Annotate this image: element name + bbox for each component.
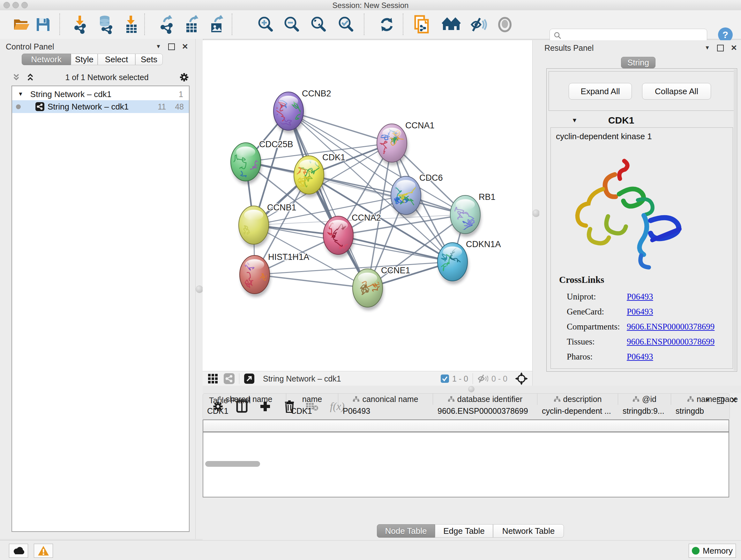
network-view-title: String Network – cdk1 <box>263 374 341 383</box>
entry-gene-name: CDK1 <box>608 115 634 126</box>
import-network-from-database-button[interactable] <box>96 14 116 35</box>
show-all-button[interactable] <box>495 14 515 35</box>
vertical-splitter-right[interactable] <box>532 40 540 386</box>
network-node-rb1[interactable]: RB1 <box>450 192 495 245</box>
entry-collapse-triangle-icon[interactable]: ▼ <box>571 117 578 124</box>
horizontal-scrollbar-thumb[interactable] <box>205 461 260 467</box>
splitter-handle[interactable] <box>468 386 475 392</box>
node-label: CCNE1 <box>381 266 410 275</box>
crosslink-row: Compartments: 9606.ENSP00000378699 <box>567 319 726 334</box>
cloud-status-button[interactable] <box>9 544 28 558</box>
search-input[interactable] <box>564 30 702 41</box>
tab-string[interactable]: String <box>621 57 656 68</box>
crosslink-value-link[interactable]: P06493 <box>627 307 653 317</box>
panel-menu-icon[interactable]: ▼ <box>704 45 710 51</box>
collapse-all-chevron-icon[interactable] <box>11 72 21 82</box>
network-graph[interactable]: CCNB2CCNA1CDC25BCDK1CDC6RB1CCNB1CCNA2CDK… <box>203 40 532 371</box>
tab-network-table[interactable]: Network Table <box>493 524 564 538</box>
network-view[interactable]: CCNB2CCNA1CDC25BCDK1CDC6RB1CCNB1CCNA2CDK… <box>203 40 532 386</box>
panel-float-icon[interactable] <box>168 44 175 50</box>
collapse-all-button[interactable]: Collapse All <box>642 83 711 100</box>
network-node-ccna2[interactable]: CCNA2 <box>323 213 381 258</box>
tab-network[interactable]: Network <box>22 54 71 65</box>
network-collection-label: String Network – cdk1 <box>30 89 111 99</box>
crosslink-value-link[interactable]: P06493 <box>627 292 653 302</box>
share-network-icon <box>36 102 44 111</box>
crosslink-row: Tissues: 9606.ENSP00000378699 <box>567 334 726 349</box>
tab-edge-table[interactable]: Edge Table <box>435 524 493 538</box>
panel-menu-icon[interactable]: ▼ <box>156 44 161 50</box>
save-session-button[interactable] <box>33 14 53 35</box>
network-edge[interactable] <box>255 274 367 288</box>
refresh-layout-button[interactable] <box>377 14 397 35</box>
toolbar-separator <box>364 13 364 35</box>
tab-select[interactable]: Select <box>98 54 135 65</box>
share-network-gray-icon[interactable] <box>224 373 234 384</box>
network-node-hist1h1a[interactable]: HIST1H1A <box>238 252 309 297</box>
zoom-fit-button[interactable] <box>308 14 329 35</box>
node-count: 11 <box>158 102 166 111</box>
tree-expand-triangle-icon[interactable]: ▼ <box>18 91 23 98</box>
panel-close-icon[interactable]: ✕ <box>182 42 188 51</box>
network-node-ccna1[interactable]: CCNA1 <box>374 121 434 165</box>
network-tree-root-row[interactable]: ▼ String Network – cdk1 1 <box>12 88 189 100</box>
houses-button[interactable] <box>441 14 461 35</box>
node-label: RB1 <box>479 192 495 202</box>
tab-sets[interactable]: Sets <box>135 54 163 65</box>
expand-all-button[interactable]: Expand All <box>569 83 632 100</box>
network-tree-row-selected[interactable]: String Network – cdk1 11 48 <box>12 100 189 113</box>
open-in-window-icon[interactable] <box>244 373 255 384</box>
memory-label: Memory <box>703 546 733 556</box>
toolbar-separator <box>403 13 403 35</box>
import-table-from-file-button[interactable] <box>121 14 142 35</box>
memory-button[interactable]: Memory <box>689 544 736 558</box>
crosslink-value-link[interactable]: P06493 <box>627 352 653 362</box>
network-node-ccne1[interactable]: CCNE1 <box>353 266 410 310</box>
node-label: CDKN1A <box>466 240 501 249</box>
entry-description: cyclin-dependent kinase 1 <box>556 132 652 141</box>
network-node-cdc6[interactable]: CDC6 <box>388 173 443 218</box>
expand-all-chevron-icon[interactable] <box>25 72 35 82</box>
export-image-button[interactable] <box>207 14 227 35</box>
node-label: CDC6 <box>419 173 443 183</box>
network-edge[interactable] <box>338 235 453 262</box>
tab-style[interactable]: Style <box>71 54 98 65</box>
grid-view-icon[interactable] <box>208 374 218 384</box>
hide-selected-button[interactable] <box>468 14 488 35</box>
node-label: CDK1 <box>322 152 345 162</box>
database-icon <box>97 15 115 34</box>
gear-icon[interactable] <box>179 72 190 83</box>
zoom-selected-icon <box>337 16 355 34</box>
node-table[interactable]: shared namenamecanonical namedatabase id… <box>203 420 729 497</box>
zoom-in-button[interactable] <box>255 14 276 35</box>
export-network-button[interactable] <box>157 14 178 35</box>
zoom-out-button[interactable] <box>281 14 302 35</box>
results-scrollbar[interactable] <box>734 69 736 371</box>
splitter-handle[interactable] <box>532 209 540 217</box>
horizontal-splitter[interactable] <box>203 386 741 393</box>
selected-checkbox-icon[interactable] <box>441 374 449 383</box>
import-network-from-file-button[interactable] <box>70 14 91 35</box>
open-session-button[interactable] <box>11 14 32 35</box>
crosslink-value-link[interactable]: 9606.ENSP00000378699 <box>627 337 715 347</box>
network-node-cdc25b[interactable]: CDC25B <box>231 139 293 186</box>
node-entry-header[interactable]: ▼ CDK1 <box>549 113 734 127</box>
warning-status-button[interactable] <box>34 544 53 558</box>
cloud-icon <box>12 547 24 555</box>
network-node-cdkn1a[interactable]: CDKN1A <box>434 240 501 284</box>
zoom-selected-button[interactable] <box>336 14 356 35</box>
control-panel-title: Control Panel <box>6 42 54 51</box>
crosslinks-title: CrossLinks <box>559 274 604 285</box>
crosslink-value-link[interactable]: 9606.ENSP00000378699 <box>627 322 715 332</box>
splitter-handle[interactable] <box>196 286 203 293</box>
network-node-cdk1[interactable]: CDK1 <box>289 152 345 197</box>
panel-float-icon[interactable] <box>717 45 724 51</box>
export-table-button[interactable] <box>182 14 202 35</box>
network-node-ccnb1[interactable]: CCNB1 <box>239 203 296 247</box>
panel-close-icon[interactable]: ✕ <box>731 44 737 52</box>
birdseye-crosshair-icon[interactable] <box>515 372 528 385</box>
tab-node-table[interactable]: Node Table <box>377 524 435 538</box>
window-title: Session: New Session <box>0 1 741 10</box>
new-network-from-selection-button[interactable] <box>412 14 432 35</box>
vertical-splitter-left[interactable] <box>195 39 203 539</box>
